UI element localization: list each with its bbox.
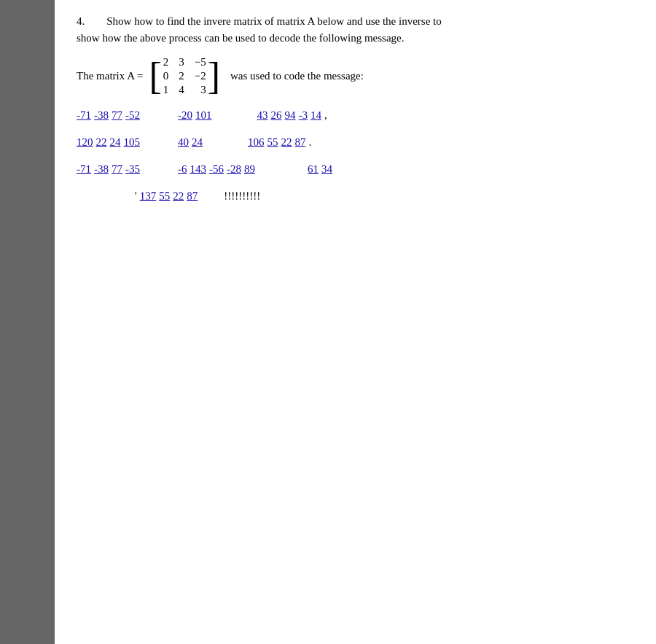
r2g3-n4: 87 (295, 136, 306, 149)
main-content: 4. Show how to find the invere matrix of… (55, 0, 656, 644)
r4g1-n4: 87 (187, 190, 198, 203)
r2g3-n3: 22 (281, 136, 292, 149)
r3g2-n4: -28 (227, 163, 241, 176)
bracket-left-icon: [ (149, 58, 161, 95)
r3g1-n4: -35 (125, 163, 140, 176)
matrix-grid: 2 3 −5 0 2 −2 1 4 3 (163, 56, 206, 96)
r4g1-n1: 137 (140, 190, 157, 203)
r1g3-n1: 43 (257, 109, 268, 122)
matrix-cell-r2c1: 4 (179, 84, 184, 96)
r2g3-n1: 106 (248, 136, 265, 149)
row3-group2: -6 143 -56 -28 89 (178, 163, 255, 176)
r3g3-n2: 34 (321, 163, 332, 176)
r3g3-n1: 61 (308, 163, 319, 176)
row4-quote: ' (135, 190, 137, 203)
matrix-cell-r2c0: 1 (163, 84, 169, 96)
r1g2-n2: 101 (195, 109, 212, 122)
r2g2-n1: 40 (178, 136, 189, 149)
row3-group3: 61 34 (308, 163, 332, 176)
data-row-4: ' 137 55 22 87 !!!!!!!!!! (77, 190, 634, 203)
row4-group1: 137 55 22 87 (140, 190, 198, 203)
r1g1-n3: 77 (112, 109, 122, 122)
r1g2-n1: -20 (178, 109, 192, 122)
r1g3-n4: -3 (299, 109, 308, 122)
row2-group1: 120 22 24 105 (77, 136, 140, 149)
r3g1-n2: -38 (94, 163, 109, 176)
matrix-container: [ 2 3 −5 0 2 −2 1 4 3 ] (149, 56, 220, 96)
r1g1-n2: -38 (94, 109, 109, 122)
r3g2-n3: -56 (209, 163, 224, 176)
r2g1-n4: 105 (124, 136, 141, 149)
row4-exclamations: !!!!!!!!!! (224, 190, 260, 203)
r4g1-n2: 55 (159, 190, 170, 203)
r2g3-n2: 55 (268, 136, 278, 149)
matrix-cell-r2c2: 3 (195, 84, 206, 96)
r1g3-n2: 26 (271, 109, 282, 122)
was-used-text: was used to code the message: (230, 70, 364, 82)
question-text-line1: Show how to find the invere matrix of ma… (106, 15, 442, 27)
data-row-1: -71 -38 77 -52 -20 101 43 26 94 -3 14 , (77, 109, 634, 122)
matrix-cell-r0c0: 2 (163, 56, 169, 68)
question-number: 4. (77, 15, 85, 27)
r2g1-n3: 24 (110, 136, 121, 149)
matrix-cell-r0c1: 3 (179, 56, 184, 68)
matrix-label: The matrix A = (77, 70, 143, 82)
r3g1-n3: 77 (112, 163, 122, 176)
question-text-line2: show how the above process can be used t… (77, 32, 404, 44)
r3g2-n2: 143 (190, 163, 207, 176)
r1g3-n5: 14 (311, 109, 321, 122)
r3g2-n5: 89 (244, 163, 255, 176)
r1g3-n3: 94 (285, 109, 296, 122)
question-header: 4. Show how to find the invere matrix of… (77, 13, 634, 46)
r1g1-n4: -52 (125, 109, 140, 122)
matrix-cell-r0c2: −5 (195, 56, 206, 68)
r2g2-n2: 24 (192, 136, 203, 149)
matrix-cell-r1c0: 0 (163, 70, 169, 82)
r4g1-n3: 22 (173, 190, 184, 203)
sidebar (0, 0, 55, 644)
row2-group2: 40 24 (178, 136, 203, 149)
row2-period: . (309, 136, 312, 149)
row1-comma: , (324, 109, 327, 122)
data-row-2: 120 22 24 105 40 24 106 55 22 87 . (77, 136, 634, 149)
row1-group1: -71 -38 77 -52 (77, 109, 140, 122)
matrix-section: The matrix A = [ 2 3 −5 0 2 −2 1 4 3 ] w… (77, 56, 634, 96)
row3-group1: -71 -38 77 -35 (77, 163, 140, 176)
row1-group2: -20 101 (178, 109, 212, 122)
r3g1-n1: -71 (77, 163, 91, 176)
bracket-right-icon: ] (208, 58, 220, 95)
data-row-3: -71 -38 77 -35 -6 143 -56 -28 89 61 34 (77, 163, 634, 176)
r1g1-n1: -71 (77, 109, 91, 122)
row2-group3: 106 55 22 87 . (248, 136, 311, 149)
matrix-cell-r1c1: 2 (179, 70, 184, 82)
row1-group3: 43 26 94 -3 14 , (257, 109, 327, 122)
matrix-cell-r1c2: −2 (195, 70, 206, 82)
r2g1-n2: 22 (96, 136, 107, 149)
r2g1-n1: 120 (77, 136, 93, 149)
r3g2-n1: -6 (178, 163, 187, 176)
